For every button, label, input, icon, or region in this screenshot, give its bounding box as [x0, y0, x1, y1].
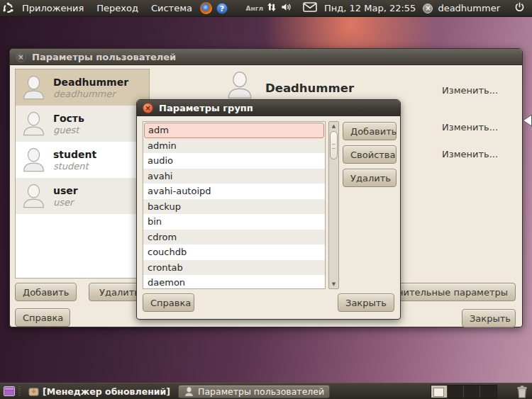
close-window-button[interactable]: Закрыть: [462, 309, 516, 327]
groups-dialog-titlebar[interactable]: × Параметры групп: [137, 100, 400, 116]
trash-icon[interactable]: [516, 385, 528, 398]
group-close-button[interactable]: Закрыть: [338, 293, 394, 312]
workspace-3[interactable]: [464, 386, 480, 398]
help-icon[interactable]: ?: [214, 0, 230, 17]
change-account-type-button[interactable]: Изменить...: [442, 149, 509, 159]
group-help-button[interactable]: Справка: [143, 293, 194, 312]
update-manager-icon: [28, 386, 39, 397]
selected-user-heading: Deadhummer: [265, 82, 354, 95]
add-group-button[interactable]: Добавить: [343, 122, 397, 140]
tasklist-grip[interactable]: [18, 386, 21, 396]
group-row[interactable]: backup: [143, 199, 325, 215]
help-button[interactable]: Справка: [15, 308, 70, 327]
scrollbar-thumb[interactable]: [330, 131, 338, 159]
clock[interactable]: Пнд, 12 Мар, 22:55: [321, 3, 419, 13]
user-login: student: [53, 161, 96, 172]
user-icon: [21, 183, 47, 209]
selected-user-avatar: [225, 70, 255, 100]
task-label: [Менеджер обновлений]: [43, 386, 170, 397]
user-icon: [21, 111, 47, 137]
scroll-down-icon[interactable]: ▼: [329, 281, 338, 287]
show-desktop-icon[interactable]: [0, 383, 18, 399]
user-login: guest: [53, 125, 84, 135]
group-row[interactable]: audio: [143, 153, 325, 169]
task-label: Параметры пользователей: [198, 386, 324, 397]
user-name: Deadhummer: [53, 77, 128, 89]
delete-group-button[interactable]: Удалить: [343, 169, 397, 187]
group-row[interactable]: admin: [143, 138, 325, 154]
change-name-button[interactable]: Изменить...: [442, 85, 509, 96]
bottom-taskbar: [Менеджер обновлений] Параметры пользова…: [0, 383, 532, 399]
menu-places[interactable]: Переход: [90, 0, 145, 17]
user-icon: [21, 147, 47, 173]
me-menu-username[interactable]: deadhummer: [437, 3, 503, 13]
user-name: Гость: [53, 113, 84, 125]
system-tray: Пнд, 12 Мар, 22:55 × deadhummer: [267, 2, 528, 15]
group-properties-button[interactable]: Свойства: [343, 145, 397, 164]
task-update-manager[interactable]: [Менеджер обновлений]: [23, 385, 175, 398]
workspace-2[interactable]: [448, 386, 464, 398]
workspace-1[interactable]: [431, 386, 448, 398]
user-icon: [184, 386, 194, 397]
group-list: adm admin audio avahi avahi-autoipd back…: [143, 121, 326, 289]
group-row[interactable]: adm: [144, 123, 324, 138]
groups-settings-dialog: × Параметры групп adm admin audio avahi …: [136, 99, 401, 320]
user-login: deadhummer: [53, 89, 128, 99]
workspace-switcher: [431, 385, 497, 398]
volume-icon[interactable]: [281, 2, 292, 14]
groups-dialog-title: Параметры групп: [159, 103, 253, 113]
users-window-titlebar[interactable]: × Параметры пользователей: [10, 49, 522, 65]
group-row[interactable]: couchdb: [143, 245, 325, 260]
menu-system[interactable]: Система: [145, 0, 199, 17]
close-icon[interactable]: ×: [143, 103, 153, 113]
power-icon[interactable]: [514, 2, 525, 15]
user-icon: [21, 74, 47, 101]
user-row-student[interactable]: student student: [16, 142, 149, 178]
user-name: student: [53, 149, 96, 161]
keyboard-indicator-icon[interactable]: [267, 2, 277, 14]
group-list-scrollbar[interactable]: ▲ ▼: [328, 121, 339, 289]
group-row[interactable]: avahi: [143, 169, 325, 184]
menu-applications[interactable]: Приложения: [16, 0, 90, 17]
user-row-deadhummer[interactable]: Deadhummer deadhummer: [16, 69, 149, 106]
group-row[interactable]: daemon: [143, 275, 325, 289]
mouse-cursor: [523, 114, 532, 127]
user-status-icon[interactable]: ×: [423, 4, 433, 13]
add-user-button[interactable]: Добавить: [15, 283, 77, 301]
group-row[interactable]: avahi-autoipd: [143, 184, 325, 199]
user-name: user: [53, 185, 78, 197]
workspace-4[interactable]: [480, 386, 497, 398]
firefox-launcher-icon[interactable]: [199, 0, 214, 17]
user-row-guest[interactable]: Гость guest: [16, 106, 149, 142]
users-window-title: Параметры пользователей: [32, 52, 176, 62]
mail-icon[interactable]: [303, 2, 317, 14]
close-icon[interactable]: ×: [16, 52, 26, 62]
group-row[interactable]: crontab: [143, 260, 325, 276]
task-users-settings[interactable]: Параметры пользователей: [178, 385, 330, 398]
top-panel: Приложения Переход Система ? Англ Пнд, 1…: [0, 0, 532, 17]
user-login: user: [53, 197, 78, 208]
keyboard-layout-label[interactable]: Англ: [246, 5, 263, 12]
group-row[interactable]: cdrom: [143, 230, 325, 245]
user-row-user[interactable]: user user: [16, 178, 149, 214]
ubuntu-logo-icon[interactable]: [0, 0, 16, 17]
change-password-button[interactable]: Изменить...: [442, 122, 509, 133]
group-row[interactable]: bin: [143, 214, 325, 230]
scroll-up-icon[interactable]: ▲: [329, 123, 338, 129]
user-list: Deadhummer deadhummer Гость guest studen…: [15, 69, 150, 279]
